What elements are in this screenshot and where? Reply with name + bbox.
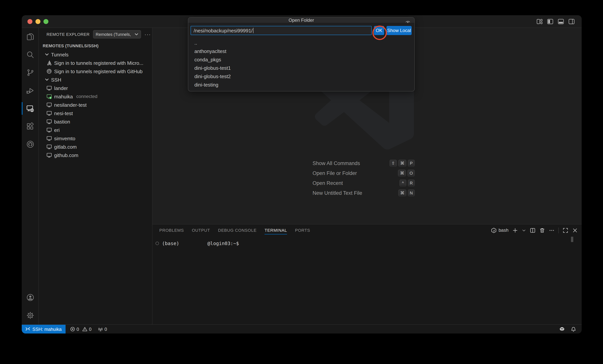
key-r: R <box>408 179 415 186</box>
tree-item-nesilander-test[interactable]: nesilander-test <box>39 101 152 109</box>
notifications-bell-icon[interactable] <box>571 327 576 332</box>
folder-item[interactable]: conda_pkgs <box>188 55 414 64</box>
tree-item-bastion[interactable]: bastion <box>39 117 152 126</box>
tree-item-eri[interactable]: eri <box>39 126 152 134</box>
tab-ports[interactable]: PORTS <box>295 224 310 236</box>
kill-terminal-icon[interactable] <box>539 227 545 233</box>
tree-item-simvemto[interactable]: simvemto <box>39 134 152 142</box>
terminal-viewport[interactable]: (base) @login03:~$ <box>152 236 582 246</box>
vm-icon <box>46 102 52 107</box>
folder-item[interactable]: dini-globus-test2 <box>188 72 414 81</box>
remote-type-picker-value: Remotes (Tunnels, <box>96 32 133 36</box>
key-cmd: ⌘ <box>398 170 406 176</box>
settings-button[interactable] <box>22 306 38 324</box>
customize-layout-icon[interactable] <box>536 18 543 25</box>
sidebar-item-github[interactable] <box>22 135 38 153</box>
tree-item-mahuika[interactable]: mahuika connected <box>39 92 152 101</box>
toggle-panel-icon[interactable] <box>558 18 564 25</box>
eye-icon[interactable] <box>405 19 410 24</box>
tree-item-github-com[interactable]: github.com <box>39 151 152 159</box>
terminal-scrollbar-thumb[interactable] <box>571 237 573 242</box>
sidebar-item-remote-explorer[interactable] <box>22 99 38 117</box>
remote-type-picker[interactable]: Remotes (Tunnels, <box>93 30 141 38</box>
tree-item-lander[interactable]: lander <box>39 84 152 92</box>
shortcut-row: Open Recent ^R <box>313 178 415 188</box>
key-ctrl: ^ <box>399 179 406 186</box>
sidebar-more-actions-button[interactable]: ··· <box>144 32 151 36</box>
tree-item-gitlab[interactable]: gitlab.com <box>39 142 152 151</box>
toggle-primary-sidebar-icon[interactable] <box>547 18 554 25</box>
sidebar-section-header[interactable]: REMOTES (TUNNELS/SSH) <box>39 40 152 50</box>
key-o: O <box>408 170 415 176</box>
tree-item-ssh[interactable]: SSH <box>39 75 152 84</box>
folder-item[interactable]: dini-globus-test1 <box>188 64 414 72</box>
new-terminal-icon[interactable] <box>512 227 518 233</box>
active-terminal-chip[interactable]: bash <box>491 227 509 233</box>
vm-icon <box>46 127 52 133</box>
ports-status[interactable]: 0 <box>98 325 107 333</box>
maximize-panel-icon[interactable] <box>563 227 568 233</box>
tab-output[interactable]: OUTPUT <box>192 224 210 236</box>
sidebar-item-search[interactable] <box>22 46 38 64</box>
sidebar-title: REMOTE EXPLORER <box>46 32 90 36</box>
vm-icon <box>46 136 52 141</box>
watermark-shortcuts: Show All Commands ⇧⌘P Open File or Folde… <box>313 158 415 198</box>
status-bar-right <box>559 325 582 333</box>
tree-item-signin-github[interactable]: Sign in to tunnels registered with GitHu… <box>39 67 152 75</box>
tree-item-signin-microsoft[interactable]: Sign in to tunnels registered with Micro… <box>39 59 152 67</box>
split-terminal-icon[interactable] <box>530 227 535 233</box>
sidebar-item-extensions[interactable] <box>22 117 38 135</box>
error-count: 0 <box>76 327 79 332</box>
toggle-secondary-sidebar-icon[interactable] <box>568 18 575 25</box>
sidebar-item-run-debug[interactable] <box>22 82 38 99</box>
key-cmd: ⌘ <box>398 189 406 196</box>
panel-tabs: PROBLEMS OUTPUT DEBUG CONSOLE TERMINAL P… <box>159 224 310 236</box>
activity-bar-spacer <box>22 153 38 289</box>
vm-connected-icon <box>46 94 52 99</box>
problems-status[interactable]: 0 0 <box>70 325 92 333</box>
bottom-panel: PROBLEMS OUTPUT DEBUG CONSOLE TERMINAL P… <box>152 224 582 324</box>
traffic-lights <box>27 19 48 24</box>
close-panel-icon[interactable] <box>572 227 578 233</box>
terminal-dropdown-chevron-icon[interactable] <box>522 227 526 233</box>
tab-terminal[interactable]: TERMINAL <box>265 224 287 236</box>
sidebar-item-explorer[interactable] <box>22 28 38 46</box>
folder-path-value: /nesi/nobackup/nesi99991/ <box>194 28 253 33</box>
tab-problems[interactable]: PROBLEMS <box>159 224 184 236</box>
tree-item-nesi-test[interactable]: nesi-test <box>39 109 152 117</box>
zoom-window-button[interactable] <box>44 19 48 24</box>
source-control-icon <box>26 68 35 77</box>
folder-item[interactable]: anthonyacltest <box>188 47 414 55</box>
conda-env: (base) <box>162 241 179 246</box>
annotation-circle-ok <box>372 25 387 40</box>
key-cmd: ⌘ <box>398 160 406 166</box>
remote-label: SSH: mahuika <box>32 327 62 332</box>
remote-indicator[interactable]: SSH: mahuika <box>22 325 65 333</box>
warning-count: 0 <box>89 327 92 332</box>
vm-icon <box>46 144 52 149</box>
copilot-icon[interactable] <box>559 327 565 332</box>
show-local-button[interactable]: Show Local <box>386 26 412 35</box>
shell-label: bash <box>499 228 509 233</box>
more-actions-icon[interactable] <box>549 227 555 233</box>
key-p: P <box>408 160 415 166</box>
divider <box>558 227 559 233</box>
close-window-button[interactable] <box>27 19 32 24</box>
screen: REMOTE EXPLORER Remotes (Tunnels, ··· RE… <box>0 0 603 364</box>
vm-icon <box>46 153 52 158</box>
dialog-titlebar[interactable]: Open Folder <box>188 18 414 23</box>
sidebar-item-source-control[interactable] <box>22 64 38 82</box>
status-bar: SSH: mahuika 0 0 0 <box>22 324 582 333</box>
folder-path-input[interactable]: /nesi/nobackup/nesi99991/ <box>191 26 372 35</box>
error-icon <box>70 327 75 332</box>
tree-item-tunnels[interactable]: Tunnels <box>39 50 152 59</box>
minimize-window-button[interactable] <box>35 19 40 24</box>
tab-debug-console[interactable]: DEBUG CONSOLE <box>218 224 256 236</box>
activity-bar <box>22 28 39 324</box>
folder-item[interactable]: dini-testing <box>188 81 414 89</box>
twistie-chevron-icon <box>45 78 49 82</box>
run-debug-icon <box>26 86 35 95</box>
accounts-button[interactable] <box>22 289 38 306</box>
prompt-circle-icon <box>155 242 159 245</box>
folder-suggestion-list: .. anthonyacltest conda_pkgs dini-globus… <box>188 36 414 91</box>
